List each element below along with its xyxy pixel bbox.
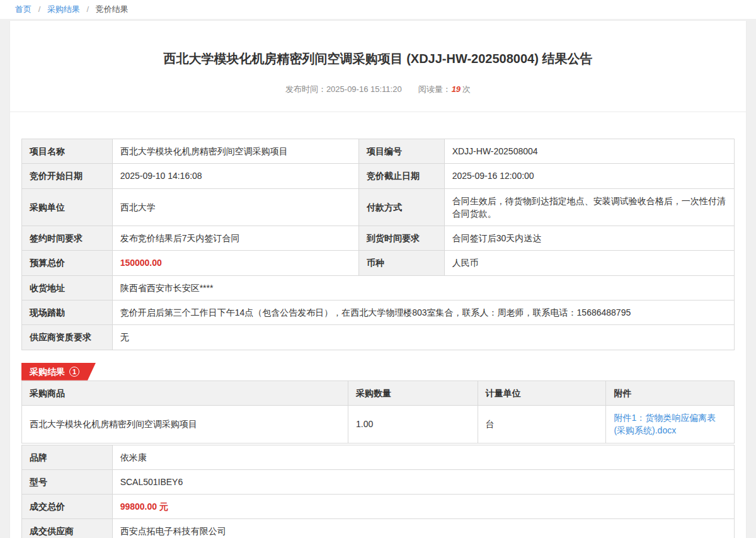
table-row: 竞价开始日期 2025-09-10 14:16:08 竞价截止日期 2025-0… bbox=[22, 164, 735, 188]
payment-method-label: 付款方式 bbox=[358, 188, 444, 226]
project-info-table: 项目名称 西北大学模块化机房精密列间空调采购项目 项目编号 XDJJ-HW-20… bbox=[21, 139, 735, 350]
table-row: 采购单位 西北大学 付款方式 合同生效后，待货物到达指定地点、安装调试验收合格后… bbox=[22, 188, 735, 226]
purchaser-label: 采购单位 bbox=[22, 188, 113, 226]
table-row: 成交供应商 西安点拓电子科技有限公司 bbox=[22, 519, 735, 538]
project-name-value: 西北大学模块化机房精密列间空调采购项目 bbox=[112, 139, 358, 164]
supplier-qualification-label: 供应商资质要求 bbox=[22, 325, 113, 350]
attachment-link[interactable]: 附件1：货物类响应偏离表(采购系统).docx bbox=[614, 413, 716, 435]
budget-total-value: 150000.00 bbox=[112, 251, 358, 275]
deal-price-label: 成交总价 bbox=[22, 495, 113, 519]
currency-value: 人民币 bbox=[444, 251, 734, 275]
result-count-badge: 1 bbox=[69, 367, 79, 377]
delivery-address-value: 陕西省西安市长安区**** bbox=[112, 275, 734, 300]
delivery-address-label: 收货地址 bbox=[22, 275, 113, 300]
payment-method-value: 合同生效后，待货物到达指定地点、安装调试验收合格后，一次性付清合同货款。 bbox=[444, 188, 734, 226]
delivery-time-label: 到货时间要求 bbox=[358, 226, 444, 251]
model-label: 型号 bbox=[22, 469, 113, 494]
header-quantity: 采购数量 bbox=[348, 381, 478, 405]
table-row: 预算总价 150000.00 币种 人民币 bbox=[22, 251, 735, 275]
publish-time-value: 2025-09-16 15:11:20 bbox=[326, 84, 402, 94]
views-label: 阅读量： bbox=[418, 84, 451, 94]
table-row: 品牌 依米康 bbox=[22, 445, 735, 469]
table-row: 型号 SCAL501IBEY6 bbox=[22, 469, 735, 494]
table-row: 现场踏勘 竞价开启后第三个工作日下午14点（包含公告发布日），在西北大学物理楼8… bbox=[22, 300, 735, 325]
header-product: 采购商品 bbox=[22, 381, 348, 405]
site-survey-label: 现场踏勘 bbox=[22, 300, 113, 325]
site-survey-value: 竞价开启后第三个工作日下午14点（包含公告发布日），在西北大学物理楼803室集合… bbox=[112, 300, 734, 325]
table-row: 签约时间要求 发布竞价结果后7天内签订合同 到货时间要求 合同签订后30天内送达 bbox=[22, 226, 735, 251]
table-row: 项目名称 西北大学模块化机房精密列间空调采购项目 项目编号 XDJJ-HW-20… bbox=[22, 139, 735, 164]
deal-price-value: 99800.00 元 bbox=[112, 495, 734, 519]
deal-detail-table: 品牌 依米康 型号 SCAL501IBEY6 成交总价 99800.00 元 成… bbox=[21, 445, 735, 538]
purchase-result-ribbon-label: 采购结果 bbox=[30, 366, 65, 377]
breadcrumb-current: 竞价结果 bbox=[96, 4, 129, 14]
signing-time-label: 签约时间要求 bbox=[22, 226, 113, 251]
unit-cell: 台 bbox=[478, 405, 606, 443]
bid-start-date-value: 2025-09-10 14:16:08 bbox=[112, 164, 358, 188]
quantity-cell: 1.00 bbox=[348, 405, 478, 443]
publish-time-label: 发布时间： bbox=[285, 84, 326, 94]
model-value: SCAL501IBEY6 bbox=[112, 469, 734, 494]
table-row: 供应商资质要求 无 bbox=[22, 325, 735, 350]
announcement-meta: 发布时间：2025-09-16 15:11:20阅读量：19次 bbox=[21, 84, 735, 95]
signing-time-value: 发布竞价结果后7天内签订合同 bbox=[112, 226, 358, 251]
winning-supplier-label: 成交供应商 bbox=[22, 519, 113, 538]
breadcrumb-separator: / bbox=[38, 4, 41, 14]
table-row: 收货地址 陕西省西安市长安区**** bbox=[22, 275, 735, 300]
header-unit: 计量单位 bbox=[478, 381, 606, 405]
project-name-label: 项目名称 bbox=[22, 139, 113, 164]
breadcrumb-link-home[interactable]: 首页 bbox=[15, 4, 32, 14]
currency-label: 币种 bbox=[358, 251, 444, 275]
product-name-cell: 西北大学模块化机房精密列间空调采购项目 bbox=[22, 405, 348, 443]
purchaser-value: 西北大学 bbox=[112, 188, 358, 226]
views-count: 19 bbox=[452, 84, 461, 94]
bid-start-date-label: 竞价开始日期 bbox=[22, 164, 113, 188]
supplier-qualification-value: 无 bbox=[112, 325, 734, 350]
bid-end-date-label: 竞价截止日期 bbox=[358, 164, 444, 188]
project-number-label: 项目编号 bbox=[358, 139, 444, 164]
project-number-value: XDJJ-HW-202508004 bbox=[444, 139, 734, 164]
header-attachment: 附件 bbox=[606, 381, 735, 405]
page-title: 西北大学模块化机房精密列间空调采购项目 (XDJJ-HW-202508004) … bbox=[21, 21, 735, 67]
purchase-result-ribbon: 采购结果 1 bbox=[21, 363, 96, 381]
brand-label: 品牌 bbox=[22, 445, 113, 469]
winning-supplier-value: 西安点拓电子科技有限公司 bbox=[112, 519, 734, 538]
views-unit: 次 bbox=[462, 84, 471, 94]
section-divider bbox=[10, 112, 746, 112]
announcement-card: 西北大学模块化机房精密列间空调采购项目 (XDJJ-HW-202508004) … bbox=[10, 21, 746, 538]
goods-table: 采购商品 采购数量 计量单位 附件 西北大学模块化机房精密列间空调采购项目 1.… bbox=[21, 381, 735, 444]
table-header-row: 采购商品 采购数量 计量单位 附件 bbox=[22, 381, 735, 405]
breadcrumb: 首页 / 采购结果 / 竞价结果 bbox=[0, 0, 756, 19]
table-row: 成交总价 99800.00 元 bbox=[22, 495, 735, 519]
delivery-time-value: 合同签订后30天内送达 bbox=[444, 226, 734, 251]
table-row: 西北大学模块化机房精密列间空调采购项目 1.00 台 附件1：货物类响应偏离表(… bbox=[22, 405, 735, 443]
budget-total-label: 预算总价 bbox=[22, 251, 113, 275]
breadcrumb-separator: / bbox=[87, 4, 89, 14]
breadcrumb-link-procurement-results[interactable]: 采购结果 bbox=[47, 4, 80, 14]
attachment-cell: 附件1：货物类响应偏离表(采购系统).docx bbox=[606, 405, 735, 443]
bid-end-date-value: 2025-09-16 12:00:00 bbox=[444, 164, 734, 188]
brand-value: 依米康 bbox=[112, 445, 734, 469]
